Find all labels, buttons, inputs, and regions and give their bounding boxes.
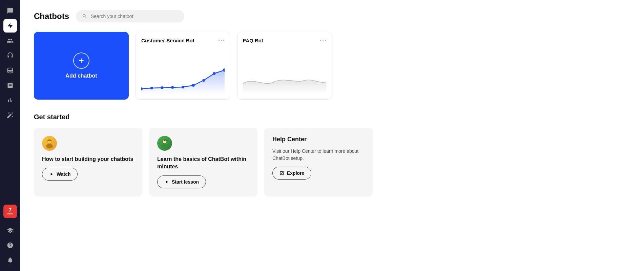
bot-card-faq[interactable]: ··· FAQ Bot	[237, 32, 332, 100]
help-center-card: Help Center Visit our Help Center to lea…	[264, 128, 373, 196]
svg-point-10	[46, 144, 53, 148]
search-input[interactable]	[91, 14, 178, 19]
start-lesson-button[interactable]: Start lesson	[157, 175, 206, 188]
get-started-card-1: How to start building your chatbots Watc…	[34, 128, 142, 196]
watch-button-label: Watch	[57, 171, 70, 177]
svg-point-6	[202, 79, 205, 82]
get-started-card-2: Learn the basics of ChatBot within minut…	[149, 128, 257, 196]
sidebar: 7 days	[0, 0, 20, 271]
svg-point-3	[171, 86, 174, 89]
explore-label: Explore	[287, 170, 304, 176]
add-chatbot-card[interactable]: + Add chatbot	[34, 32, 129, 100]
svg-point-4	[182, 86, 184, 88]
bot-card-name: Customer Service Bot	[141, 38, 225, 43]
sidebar-icon-bell[interactable]	[3, 253, 17, 267]
faq-chart	[243, 67, 326, 94]
get-started-section: Get started How to start building your c…	[34, 113, 630, 196]
card-1-title: How to start building your chatbots	[42, 155, 134, 163]
help-center-title: Help Center	[272, 136, 365, 143]
avatar-male	[157, 136, 172, 151]
help-center-desc: Visit our Help Center to learn more abou…	[272, 148, 365, 162]
bot-card-menu-dots[interactable]: ···	[218, 37, 225, 44]
search-icon	[82, 14, 87, 19]
bot-card-faq-name: FAQ Bot	[243, 38, 326, 43]
get-started-title: Get started	[34, 113, 630, 121]
chatbot-cards-row: + Add chatbot ··· Customer Service Bot	[34, 32, 630, 100]
sidebar-icon-graduation[interactable]	[3, 224, 17, 237]
customer-service-chart	[141, 67, 225, 94]
get-started-cards: How to start building your chatbots Watc…	[34, 128, 630, 196]
bot-card-faq-menu-dots[interactable]: ···	[320, 37, 327, 44]
sidebar-icon-users[interactable]	[3, 34, 17, 47]
sidebar-icon-chart[interactable]	[3, 93, 17, 107]
add-chatbot-label: Add chatbot	[65, 73, 97, 79]
sidebar-icon-lightning[interactable]	[3, 19, 17, 33]
sidebar-icon-database[interactable]	[3, 64, 17, 77]
sidebar-icon-help[interactable]	[3, 238, 17, 252]
bot-card-customer-service[interactable]: ··· Customer Service Bot	[136, 32, 230, 100]
add-chatbot-plus-icon: +	[73, 53, 89, 69]
search-bar[interactable]	[76, 10, 184, 22]
trial-days-badge[interactable]: 7 days	[3, 205, 17, 218]
main-content: Chatbots + Add chatbot ··· Customer Serv…	[20, 0, 644, 271]
header: Chatbots	[34, 10, 630, 22]
sidebar-icon-headset[interactable]	[3, 49, 17, 62]
watch-button[interactable]: Watch	[42, 168, 78, 181]
svg-point-5	[192, 84, 195, 87]
avatar-female	[42, 136, 57, 151]
svg-point-1	[150, 87, 153, 89]
lesson-play-icon	[164, 180, 169, 184]
days-number: 7	[9, 208, 12, 212]
sidebar-icon-layers[interactable]	[3, 79, 17, 92]
svg-point-7	[213, 72, 215, 75]
explore-button[interactable]: Explore	[272, 167, 311, 180]
card-2-title: Learn the basics of ChatBot within minut…	[157, 155, 249, 171]
sidebar-icon-chat[interactable]	[3, 4, 17, 18]
external-link-icon	[279, 171, 284, 175]
days-label: days	[7, 212, 13, 215]
svg-point-2	[161, 86, 163, 89]
start-lesson-label: Start lesson	[172, 179, 199, 185]
page-title: Chatbots	[34, 12, 69, 21]
play-icon	[49, 172, 54, 176]
sidebar-icon-magic[interactable]	[3, 108, 17, 122]
svg-point-14	[161, 144, 168, 148]
